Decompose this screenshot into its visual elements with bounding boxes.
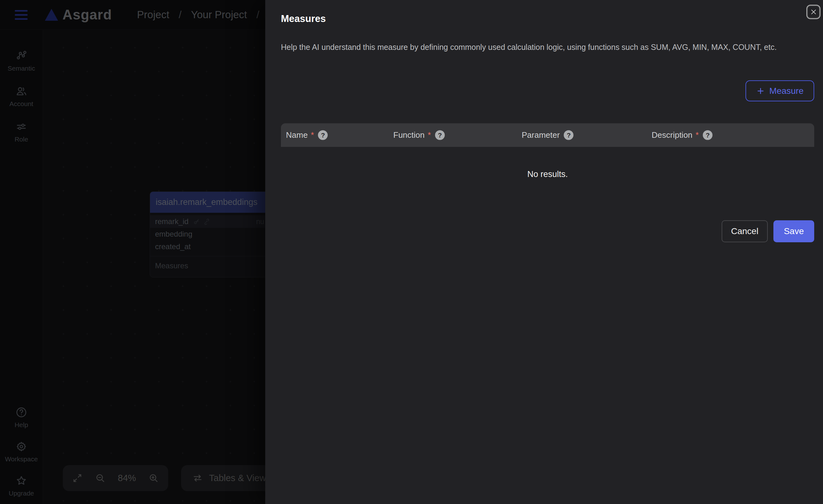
measures-panel: Measures Help the AI understand this mea… [265, 0, 823, 504]
column-header-label: Description [652, 130, 692, 140]
panel-actions: Cancel Save [721, 220, 814, 242]
column-header-description: Description * ? [652, 130, 814, 140]
column-header-name: Name * ? [281, 130, 393, 140]
column-header-label: Name [286, 130, 308, 140]
measures-table-header: Name * ? Function * ? Parameter ? Descri… [281, 123, 814, 147]
save-button[interactable]: Save [774, 220, 814, 242]
panel-title: Measures [281, 13, 326, 24]
add-measure-button[interactable]: Measure [746, 80, 814, 101]
help-icon[interactable]: ? [703, 130, 712, 140]
column-header-parameter: Parameter ? [522, 130, 652, 140]
measures-table: Name * ? Function * ? Parameter ? Descri… [281, 123, 814, 179]
add-measure-label: Measure [769, 86, 804, 96]
cancel-button[interactable]: Cancel [721, 220, 768, 242]
required-marker: * [311, 130, 314, 140]
help-icon[interactable]: ? [564, 130, 573, 140]
required-marker: * [695, 130, 699, 140]
plus-icon [756, 87, 765, 96]
panel-description: Help the AI understand this measure by d… [281, 41, 783, 53]
column-header-function: Function * ? [393, 130, 522, 140]
close-panel-button[interactable] [806, 5, 820, 19]
close-icon [810, 8, 817, 15]
required-marker: * [428, 130, 431, 140]
help-icon[interactable]: ? [318, 130, 328, 140]
column-header-label: Function [393, 130, 425, 140]
column-header-label: Parameter [522, 130, 560, 140]
empty-state-text: No results. [281, 147, 814, 179]
help-icon[interactable]: ? [435, 130, 445, 140]
